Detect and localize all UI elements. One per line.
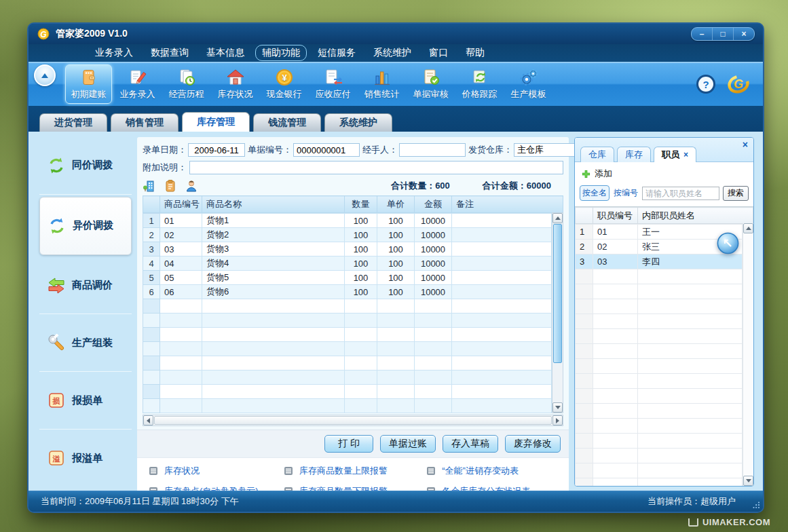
table-row[interactable] — [143, 328, 552, 342]
staff-row[interactable] — [576, 463, 743, 478]
discard-changes-button[interactable]: 废弃修改 — [505, 435, 561, 453]
table-row[interactable] — [143, 314, 552, 328]
staff-scrollbar[interactable] — [743, 223, 753, 486]
table-row[interactable]: 505货物510010010000 — [143, 271, 552, 285]
scroll-left-icon[interactable] — [143, 415, 153, 425]
staff-row[interactable] — [576, 374, 743, 389]
scrollbar-thumb[interactable] — [553, 224, 562, 363]
staff-row[interactable] — [576, 419, 743, 434]
staff-row[interactable] — [576, 478, 743, 487]
table-row[interactable]: 101货物110010010000 — [143, 214, 552, 228]
print-button[interactable]: 打 印 — [324, 435, 373, 453]
toolbar-button[interactable]: 经营历程 — [163, 64, 210, 104]
sidebar-item[interactable]: 溢报溢单 — [39, 430, 132, 487]
entry-date-input[interactable] — [188, 143, 245, 157]
table-row[interactable]: 606货物610010010000 — [143, 285, 552, 299]
right-panel-tab[interactable]: 职员× — [654, 147, 696, 162]
menu-item[interactable]: 短信服务 — [311, 45, 362, 61]
help-icon[interactable]: ? — [696, 75, 715, 94]
tab[interactable]: 钱流管理 — [253, 113, 321, 132]
table-row[interactable] — [143, 370, 552, 385]
table-row[interactable] — [143, 342, 552, 356]
search-by-code-button[interactable]: 按编号 — [613, 186, 639, 200]
close-button[interactable]: × — [734, 28, 754, 40]
toolbar-button[interactable]: 库存状况 — [212, 64, 259, 104]
collapse-toolbar-button[interactable] — [34, 64, 56, 86]
table-row[interactable] — [143, 299, 552, 314]
right-panel-tab[interactable]: 库存 — [617, 147, 651, 162]
sidebar-item[interactable]: 同价调拨 — [39, 137, 132, 195]
menu-item[interactable]: 基本信息 — [200, 45, 251, 61]
report-link[interactable]: 库存商品数量上限报警 — [283, 465, 420, 477]
table-row[interactable]: 404货物410010010000 — [143, 256, 552, 271]
toolbar-button[interactable]: 生产模板 — [505, 64, 552, 104]
sidebar-item[interactable]: 损报损单 — [39, 372, 132, 430]
menu-item[interactable]: 数据查询 — [144, 45, 195, 61]
handler-input[interactable] — [399, 143, 466, 157]
h-scrollbar-thumb[interactable] — [154, 416, 552, 425]
tab[interactable]: 系统维护 — [324, 113, 392, 132]
sidebar-item[interactable]: 商品调价 — [39, 257, 132, 315]
table-row[interactable] — [143, 399, 552, 413]
save-draft-button[interactable]: 存入草稿 — [443, 435, 498, 453]
staff-row[interactable] — [576, 434, 743, 449]
staff-row[interactable] — [576, 314, 743, 329]
toolbar-button[interactable]: 销售统计 — [358, 64, 405, 104]
note-input[interactable] — [189, 161, 563, 174]
horizontal-scrollbar[interactable] — [143, 415, 563, 426]
tab[interactable]: 进货管理 — [39, 113, 107, 132]
toolbar-button[interactable]: ¥现金银行 — [261, 64, 307, 104]
sidebar-item[interactable]: 异价调拨 — [39, 197, 132, 255]
table-row[interactable]: 303货物310010010000 — [143, 242, 552, 256]
post-voucher-button[interactable]: 单据过账 — [380, 435, 436, 453]
staff-row[interactable] — [576, 389, 743, 404]
menu-item[interactable]: 业务录入 — [88, 45, 140, 61]
report-link[interactable]: 库存状况 — [148, 465, 278, 477]
table-row[interactable]: 202货物210010010000 — [143, 228, 552, 242]
toolbar-button[interactable]: 单据审核 — [407, 64, 454, 104]
staff-row[interactable] — [576, 449, 743, 463]
menu-item[interactable]: 窗口 — [422, 45, 455, 61]
report-link[interactable]: “全能”进销存变动表 — [426, 465, 558, 477]
staff-row[interactable] — [576, 329, 743, 344]
toolbar-button[interactable]: 初期建账 — [65, 64, 112, 104]
minimize-button[interactable]: – — [692, 28, 713, 40]
toolbar-button[interactable]: 价格跟踪 — [456, 64, 503, 104]
tab[interactable]: 销售管理 — [111, 113, 179, 132]
table-row[interactable] — [143, 385, 552, 399]
maximize-button[interactable]: □ — [713, 28, 734, 40]
search-input[interactable] — [642, 187, 719, 200]
add-label[interactable]: 添加 — [595, 168, 612, 180]
search-button[interactable]: 搜索 — [723, 186, 749, 201]
scroll-down-icon[interactable] — [743, 476, 753, 486]
staff-row[interactable] — [576, 404, 743, 419]
right-panel-tab[interactable]: 仓库 — [580, 147, 614, 162]
search-by-name-button[interactable]: 按全名 — [580, 185, 609, 201]
panel-close-icon[interactable]: × — [743, 140, 748, 149]
menu-item[interactable]: 系统维护 — [367, 45, 418, 61]
staff-row[interactable] — [576, 284, 743, 299]
staff-row[interactable] — [576, 344, 743, 359]
tab[interactable]: 库存管理 — [182, 112, 250, 132]
staff-row[interactable] — [576, 269, 743, 284]
staff-row[interactable]: 303李四 — [576, 254, 743, 269]
toolbar-button[interactable]: 应收应付 — [309, 64, 356, 104]
table-row[interactable] — [143, 356, 552, 370]
toolbar-button[interactable]: 业务录入 — [114, 64, 161, 104]
clipboard-icon[interactable] — [164, 179, 177, 193]
voucher-no-input[interactable] — [293, 143, 360, 157]
person-icon[interactable] — [185, 179, 198, 193]
menu-item[interactable]: 辅助功能 — [255, 45, 307, 61]
sidebar-item[interactable]: 生产组装 — [39, 314, 132, 372]
scroll-right-icon[interactable] — [552, 415, 563, 425]
resize-grip[interactable] — [752, 501, 760, 509]
scroll-up-icon[interactable] — [552, 213, 563, 223]
building-icon[interactable] — [143, 179, 156, 193]
menu-item[interactable]: 帮助 — [459, 45, 491, 61]
staff-row[interactable] — [576, 359, 743, 374]
staff-row[interactable] — [576, 299, 743, 314]
scroll-down-icon[interactable] — [552, 402, 563, 413]
vertical-scrollbar[interactable] — [552, 212, 563, 413]
scroll-up-icon[interactable] — [743, 223, 753, 233]
tab-close-icon[interactable]: × — [683, 150, 688, 159]
